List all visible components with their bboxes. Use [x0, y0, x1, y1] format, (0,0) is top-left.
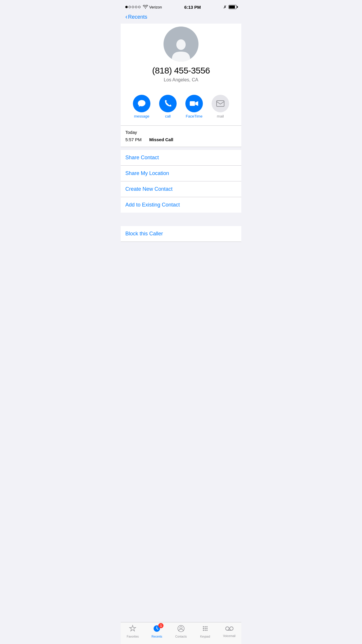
signal-dot-1 — [125, 6, 128, 8]
message-action[interactable]: message — [133, 95, 150, 118]
share-contact-label: Share Contact — [125, 155, 159, 160]
mail-icon — [216, 100, 224, 107]
facetime-label: FaceTime — [186, 114, 202, 118]
call-action[interactable]: call — [159, 95, 177, 118]
call-log-section: Today 5:57 PM Missed Call — [121, 126, 241, 147]
contact-phone-number: (818) 455-3556 — [152, 66, 210, 76]
avatar-silhouette — [171, 38, 191, 62]
wifi-icon — [143, 5, 148, 9]
block-caller-item[interactable]: Block this Caller — [121, 226, 241, 242]
section-divider-2 — [121, 147, 241, 147]
status-left: Verizon — [125, 5, 162, 9]
call-type: Missed Call — [149, 137, 173, 142]
avatar — [164, 27, 198, 62]
signal-dots — [125, 6, 140, 8]
signal-dot-3 — [132, 6, 134, 8]
message-icon — [137, 99, 146, 108]
signal-dot-2 — [129, 6, 131, 8]
create-contact-label: Create New Contact — [125, 186, 173, 192]
back-button[interactable]: ‹ Recents — [125, 14, 147, 20]
call-circle — [159, 95, 177, 112]
bluetooth-icon: ✗ — [223, 5, 227, 9]
mail-action[interactable]: mail — [212, 95, 229, 118]
contact-header: (818) 455-3556 Los Angeles, CA — [121, 24, 241, 90]
svg-point-0 — [176, 39, 186, 50]
share-location-label: Share My Location — [125, 170, 169, 176]
block-section: Block this Caller — [121, 226, 241, 242]
add-existing-item[interactable]: Add to Existing Contact — [121, 197, 241, 213]
spacer-block — [121, 213, 241, 223]
nav-bar: ‹ Recents — [121, 13, 241, 24]
back-chevron-icon: ‹ — [125, 14, 127, 20]
status-right: ✗ — [223, 5, 237, 9]
call-time: 5:57 PM — [125, 137, 146, 142]
call-log-entry: 5:57 PM Missed Call — [125, 136, 237, 143]
message-circle — [133, 95, 150, 112]
share-contact-item[interactable]: Share Contact — [121, 150, 241, 166]
battery-fill — [229, 6, 235, 8]
action-list: Share Contact Share My Location Create N… — [121, 150, 241, 213]
call-log-date: Today — [125, 130, 237, 135]
facetime-icon — [189, 100, 199, 107]
status-bar: Verizon 6:13 PM ✗ — [121, 0, 241, 13]
status-time: 6:13 PM — [184, 5, 201, 10]
add-existing-label: Add to Existing Contact — [125, 202, 180, 208]
bottom-spacer — [121, 242, 241, 248]
block-caller-label: Block this Caller — [125, 231, 163, 237]
contact-location: Los Angeles, CA — [164, 77, 198, 83]
mail-label: mail — [217, 114, 224, 118]
facetime-action[interactable]: FaceTime — [185, 95, 203, 118]
carrier-name: Verizon — [149, 5, 162, 9]
call-label: call — [165, 114, 171, 118]
battery-icon — [229, 5, 237, 9]
facetime-circle — [185, 95, 203, 112]
signal-dot-4 — [135, 6, 137, 8]
back-label: Recents — [128, 14, 147, 20]
create-contact-item[interactable]: Create New Contact — [121, 181, 241, 197]
share-location-item[interactable]: Share My Location — [121, 166, 241, 181]
svg-rect-2 — [217, 101, 224, 106]
call-icon — [164, 99, 172, 108]
mail-circle — [212, 95, 229, 112]
signal-dot-5 — [138, 6, 140, 8]
action-buttons-row: message call FaceTime — [121, 90, 241, 125]
message-label: message — [134, 114, 150, 118]
svg-rect-1 — [190, 101, 195, 106]
